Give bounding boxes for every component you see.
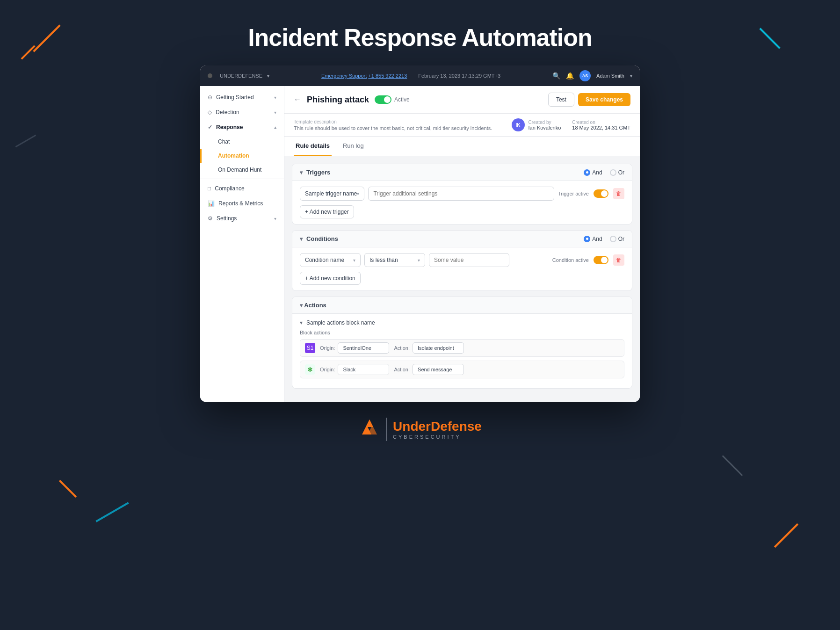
sidebar-sub-item-chat[interactable]: Chat <box>200 135 284 149</box>
triggers-and-option[interactable]: And <box>584 169 602 176</box>
sentinelone-icon: S1 <box>305 343 315 353</box>
sidebar-item-label: Reports & Metrics <box>218 200 263 207</box>
triggers-and-radio[interactable] <box>584 169 590 176</box>
bg-deco-gray-2 <box>15 135 36 148</box>
user-dropdown-icon[interactable]: ▾ <box>630 73 632 79</box>
sidebar-item-label: Compliance <box>215 185 244 192</box>
active-label: Active <box>394 96 410 103</box>
sub-block-title: Sample actions block name <box>306 319 375 326</box>
user-name: Adam Smith <box>596 73 624 79</box>
block-actions-label: Block actions <box>300 330 624 335</box>
condition-name-arrow: ▾ <box>353 258 355 263</box>
slack-action-group: Action: Send message <box>394 364 464 375</box>
brand-label: UNDERDEFENSE <box>220 73 262 79</box>
test-button[interactable]: Test <box>548 93 574 107</box>
main-layout: ⊙ Getting Started ▾ ◇ Detection ▾ ✓ Resp… <box>200 86 640 402</box>
sidebar-divider <box>200 179 284 179</box>
user-avatar: AS <box>579 70 591 81</box>
triggers-chevron[interactable]: ▾ <box>300 169 303 176</box>
condition-name-select[interactable]: Condition name ▾ <box>300 253 361 267</box>
back-button[interactable]: ← <box>294 95 301 104</box>
sentinelone-action-value[interactable]: Isolate endpoint <box>413 342 464 354</box>
tab-run-log[interactable]: Run log <box>341 137 366 156</box>
conditions-or-option[interactable]: Or <box>610 236 624 242</box>
bg-deco-orange-4 <box>59 480 77 498</box>
conditions-or-radio[interactable] <box>610 236 616 242</box>
brand-logo: UnderDefense CYBERSECURITY <box>0 416 840 442</box>
condition-active-toggle[interactable] <box>594 256 608 264</box>
triggers-and-or: And Or <box>584 169 624 176</box>
response-icon: ✓ <box>208 124 212 130</box>
condition-operator-arrow: ▾ <box>418 258 420 263</box>
brand-sub: CYBERSECURITY <box>393 434 482 440</box>
slack-origin-label: Origin: <box>320 367 335 372</box>
top-bar: UNDERDEFENSE ▾ Emergency Support +1 855 … <box>200 65 640 86</box>
sentinelone-action-label: Action: <box>394 345 410 351</box>
condition-operator-value: Is less than <box>369 257 398 263</box>
top-bar-right: 🔍 🔔 AS Adam Smith ▾ <box>552 70 632 81</box>
meta-description: Template description This rule should be… <box>294 119 492 131</box>
conditions-chevron[interactable]: ▾ <box>300 236 303 242</box>
sidebar-item-getting-started[interactable]: ⊙ Getting Started ▾ <box>200 90 284 105</box>
active-toggle[interactable] <box>375 95 391 104</box>
sentinelone-origin-group: Origin: SentinelOne <box>320 342 389 354</box>
brand-name-part1: Under <box>393 419 431 434</box>
conditions-and-option[interactable]: And <box>584 236 602 242</box>
triggers-title: ▾ Triggers <box>300 169 330 176</box>
triggers-or-radio[interactable] <box>610 169 616 176</box>
detection-icon: ◇ <box>208 109 212 116</box>
sidebar-sub-item-on-demand-hunt[interactable]: On Demand Hunt <box>200 163 284 177</box>
trigger-name-select[interactable]: Sample trigger name ▾ <box>300 187 364 201</box>
sidebar-item-reports-metrics[interactable]: 📊 Reports & Metrics <box>200 196 284 211</box>
conditions-and-or: And Or <box>584 236 624 242</box>
save-button[interactable]: Save changes <box>578 93 630 106</box>
tabs-bar: Rule details Run log <box>284 137 640 156</box>
slack-origin-value[interactable]: Slack <box>338 364 389 375</box>
trigger-name-value: Sample trigger name <box>305 190 357 197</box>
top-bar-left: UNDERDEFENSE ▾ <box>208 73 269 79</box>
response-arrow: ▴ <box>274 125 276 130</box>
condition-value-input[interactable] <box>429 253 509 267</box>
sidebar-item-label: Detection <box>216 109 239 116</box>
add-trigger-button[interactable]: + Add new trigger <box>300 205 354 218</box>
conditions-label: Conditions <box>306 235 338 242</box>
page-header: ← Phishing attack Active Test Save chang… <box>284 86 640 114</box>
add-condition-button[interactable]: + Add new condition <box>300 272 361 285</box>
active-badge: Active <box>375 95 410 104</box>
condition-active-label: Condition active <box>552 257 589 263</box>
condition-operator-select[interactable]: Is less than ▾ <box>364 253 425 267</box>
emergency-support: Emergency Support +1 855 922 2213 <box>321 73 407 79</box>
search-icon[interactable]: 🔍 <box>552 72 560 80</box>
sidebar-item-compliance[interactable]: □ Compliance <box>200 181 284 196</box>
conditions-and-radio[interactable] <box>584 236 590 242</box>
action-row-sentinelone: S1 Origin: SentinelOne Action: Isolate e… <box>300 339 624 357</box>
sidebar-item-response[interactable]: ✓ Response ▴ <box>200 120 284 135</box>
triggers-section: ▾ Triggers And Or <box>292 164 632 224</box>
trigger-delete-button[interactable]: 🗑 <box>613 188 624 199</box>
sentinelone-origin-value[interactable]: SentinelOne <box>338 342 389 354</box>
condition-delete-button[interactable]: 🗑 <box>613 254 624 266</box>
detection-arrow: ▾ <box>274 110 276 115</box>
triggers-header: ▾ Triggers And Or <box>292 164 632 181</box>
actions-chevron[interactable]: ▾ <box>300 302 303 309</box>
sidebar-item-settings[interactable]: ⚙ Settings ▾ <box>200 211 284 226</box>
actions-header: ▾ Actions <box>292 297 632 314</box>
bg-deco-teal-2 <box>95 502 129 522</box>
triggers-or-option[interactable]: Or <box>610 169 624 176</box>
triggers-or-label: Or <box>618 169 624 176</box>
conditions-header: ▾ Conditions And Or <box>292 231 632 247</box>
trigger-name-arrow: ▾ <box>357 191 359 196</box>
emergency-phone[interactable]: +1 855 922 2213 <box>368 73 407 79</box>
settings-arrow: ▾ <box>274 216 276 221</box>
sidebar-item-detection[interactable]: ◇ Detection ▾ <box>200 105 284 120</box>
content-area: ← Phishing attack Active Test Save chang… <box>284 86 640 402</box>
brand-dropdown-icon[interactable]: ▾ <box>267 73 269 79</box>
bell-icon[interactable]: 🔔 <box>566 72 574 80</box>
tab-rule-details[interactable]: Rule details <box>294 137 332 156</box>
created-on-date: 18 May 2022, 14:31 GMT <box>572 125 630 130</box>
trigger-settings-input[interactable] <box>368 187 554 201</box>
sidebar-sub-item-automation[interactable]: Automation <box>200 149 284 163</box>
slack-action-value[interactable]: Send message <box>413 364 464 375</box>
sub-block-chevron[interactable]: ▾ <box>300 319 303 326</box>
trigger-active-toggle[interactable] <box>594 189 608 198</box>
